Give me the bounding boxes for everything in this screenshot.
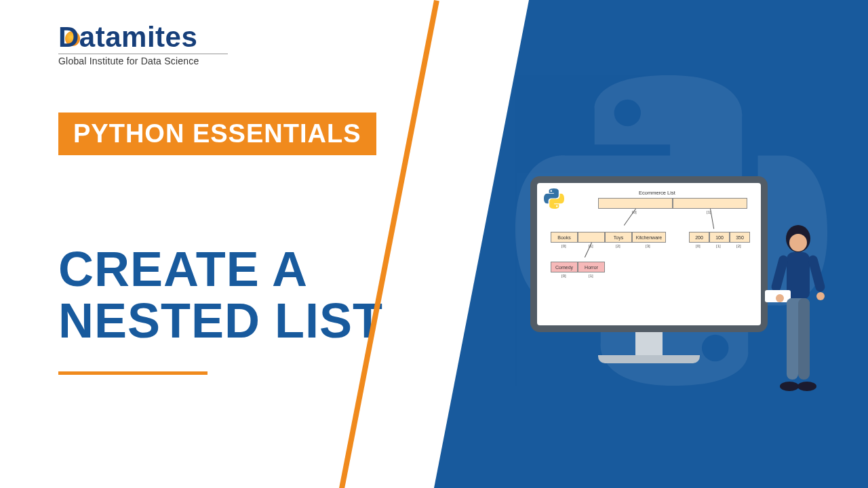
genre-idx-0: [0] bbox=[561, 274, 566, 278]
svg-point-7 bbox=[816, 292, 825, 300]
cat-cell-1 bbox=[578, 232, 605, 243]
svg-rect-9 bbox=[787, 298, 798, 380]
title-line-2: NESTED LIST bbox=[58, 296, 383, 347]
svg-point-1 bbox=[789, 234, 807, 251]
arrow bbox=[710, 209, 714, 229]
genre-idx-1: [1] bbox=[589, 274, 593, 278]
cat-cell-2: Toys bbox=[605, 232, 632, 243]
genre-cell-0: Comedy bbox=[551, 262, 578, 272]
monitor-screen: Ecommerce List [0] [1] Books Toys Kitche… bbox=[537, 183, 761, 325]
monitor-base bbox=[598, 355, 700, 363]
cat-cell-3: Kitchenware bbox=[632, 232, 666, 243]
person-illustration bbox=[761, 218, 835, 422]
brand-name-tail: atamites bbox=[79, 21, 197, 53]
arrow bbox=[624, 209, 636, 226]
num-cell-0: 200 bbox=[689, 232, 709, 243]
num-idx-0: [0] bbox=[696, 244, 701, 248]
svg-point-6 bbox=[776, 294, 784, 302]
svg-rect-3 bbox=[770, 254, 789, 293]
monitor-neck bbox=[635, 332, 663, 355]
root-cell-0 bbox=[598, 198, 673, 209]
slide-title: CREATE A NESTED LIST bbox=[58, 244, 383, 346]
cat-idx-0: [0] bbox=[561, 244, 566, 248]
svg-point-11 bbox=[780, 382, 799, 391]
title-underline bbox=[58, 371, 208, 375]
root-cell-1 bbox=[673, 198, 747, 209]
svg-rect-10 bbox=[798, 298, 810, 380]
cat-cell-0: Books bbox=[551, 232, 578, 243]
svg-point-12 bbox=[797, 382, 816, 391]
diagram-title: Ecommerce List bbox=[639, 190, 675, 196]
num-cell-1: 100 bbox=[709, 232, 730, 243]
brand-logo: Datamites Global Institute for Data Scie… bbox=[58, 23, 228, 66]
cat-idx-3: [3] bbox=[646, 244, 650, 248]
monitor-illustration: Ecommerce List [0] [1] Books Toys Kitche… bbox=[530, 176, 768, 363]
num-idx-1: [1] bbox=[716, 244, 721, 248]
genre-cell-1: Horror bbox=[578, 262, 605, 272]
python-icon bbox=[544, 188, 564, 209]
num-idx-2: [2] bbox=[736, 244, 741, 248]
title-line-1: CREATE A bbox=[58, 244, 383, 296]
num-cell-2: 350 bbox=[730, 232, 750, 243]
category-badge: PYTHON ESSENTIALS bbox=[58, 113, 376, 155]
cat-idx-2: [2] bbox=[616, 244, 620, 248]
svg-rect-4 bbox=[807, 254, 826, 293]
monitor-bezel: Ecommerce List [0] [1] Books Toys Kitche… bbox=[530, 176, 768, 332]
brand-tagline: Global Institute for Data Science bbox=[58, 56, 228, 66]
